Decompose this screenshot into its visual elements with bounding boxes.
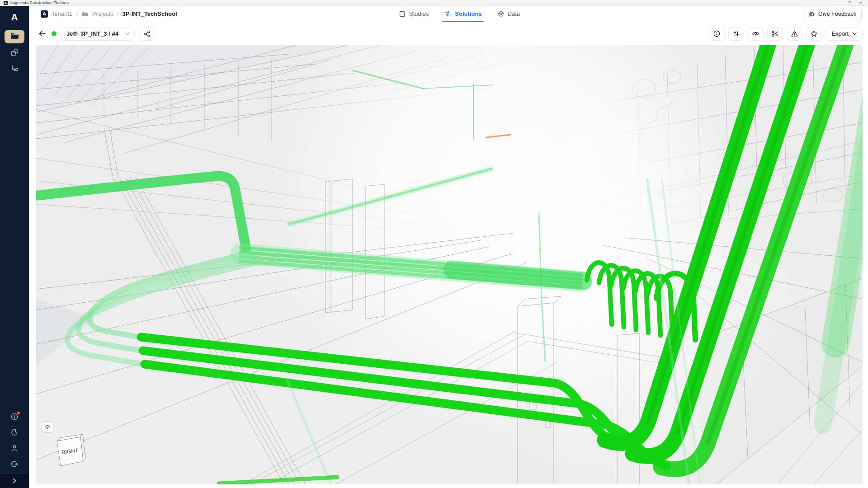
home-icon: [44, 424, 51, 430]
folder-small-icon: [81, 10, 89, 18]
chevron-down-icon: [852, 32, 857, 35]
solution-selector[interactable]: Jeff- 3P_INT_3 / #4: [61, 27, 135, 41]
solutions-icon: [444, 10, 452, 18]
solution-toolbar: Jeff- 3P_INT_3 / #4: [29, 22, 868, 45]
window-title: Augmenta Construction Platform: [10, 0, 69, 5]
compare-button[interactable]: [728, 27, 744, 41]
section-cut-button[interactable]: [767, 27, 783, 41]
header: A Tenant1 / Projects / 3P-INT_TechSchool…: [29, 6, 868, 22]
view-cube[interactable]: RIGHT: [51, 433, 92, 471]
sidebar-item-modules[interactable]: [5, 46, 24, 60]
sidebar-item-workflows[interactable]: [5, 62, 24, 76]
notification-dot: [17, 412, 20, 414]
info-button[interactable]: [709, 27, 725, 41]
chevron-down-icon: [125, 32, 130, 35]
sidebar-item-projects[interactable]: [5, 30, 24, 43]
breadcrumb-project-name: 3P-INT_TechSchool: [122, 10, 177, 17]
app-logo-icon: A: [4, 1, 8, 5]
window-titlebar: A Augmenta Construction Platform – □ ×: [0, 0, 868, 6]
breadcrumb: A Tenant1 / Projects / 3P-INT_TechSchool: [41, 10, 177, 18]
issues-button[interactable]: [787, 27, 802, 41]
main-tabs: Studies Solutions Data: [399, 6, 520, 22]
tab-studies-label: Studies: [409, 10, 429, 17]
wireframe-3d-scene: [36, 45, 863, 484]
sidebar-profile-button[interactable]: [10, 444, 19, 452]
sidebar-logo: A: [11, 12, 18, 23]
chevron-right-icon: [12, 477, 17, 485]
share-button[interactable]: [140, 27, 155, 41]
folder-icon: [10, 32, 19, 42]
workflow-arrow-icon: [10, 64, 19, 75]
solution-status-dot: [52, 31, 57, 36]
bug-icon: [808, 10, 815, 17]
close-button[interactable]: ×: [859, 1, 862, 5]
sidebar: A: [0, 6, 29, 488]
give-feedback-label: Give Feedback: [818, 11, 856, 17]
sidebar-expand-button[interactable]: [0, 474, 29, 488]
sidebar-logout-button[interactable]: [10, 460, 19, 468]
tab-solutions-label: Solutions: [455, 10, 481, 17]
grid-icon: [10, 48, 19, 58]
tab-solutions[interactable]: Solutions: [444, 6, 481, 22]
tab-data-label: Data: [508, 10, 520, 17]
minimize-button[interactable]: –: [838, 1, 840, 5]
breadcrumb-separator: /: [76, 10, 78, 17]
export-label: Export: [831, 30, 849, 37]
studies-icon: [399, 10, 406, 18]
home-view-button[interactable]: [42, 421, 53, 433]
export-button[interactable]: Export: [826, 27, 863, 41]
back-button[interactable]: [38, 29, 47, 38]
breadcrumb-projects[interactable]: Projects: [92, 10, 113, 17]
give-feedback-button[interactable]: Give Feedback: [803, 8, 862, 20]
maximize-button[interactable]: □: [849, 1, 851, 5]
favorite-button[interactable]: [806, 27, 822, 41]
tab-studies[interactable]: Studies: [399, 6, 429, 22]
tenant-logo-icon: A: [41, 10, 48, 18]
data-icon: [497, 10, 505, 18]
solution-name: Jeff- 3P_INT_3 / #4: [66, 30, 118, 37]
breadcrumb-separator2: /: [117, 10, 119, 17]
breadcrumb-tenant[interactable]: Tenant1: [52, 10, 72, 17]
model-viewport[interactable]: RIGHT: [36, 45, 863, 484]
visibility-button[interactable]: [748, 27, 764, 41]
sidebar-dark-mode-button[interactable]: [10, 428, 19, 436]
sidebar-notifications-button[interactable]: [10, 413, 19, 421]
tab-data[interactable]: Data: [497, 6, 520, 22]
